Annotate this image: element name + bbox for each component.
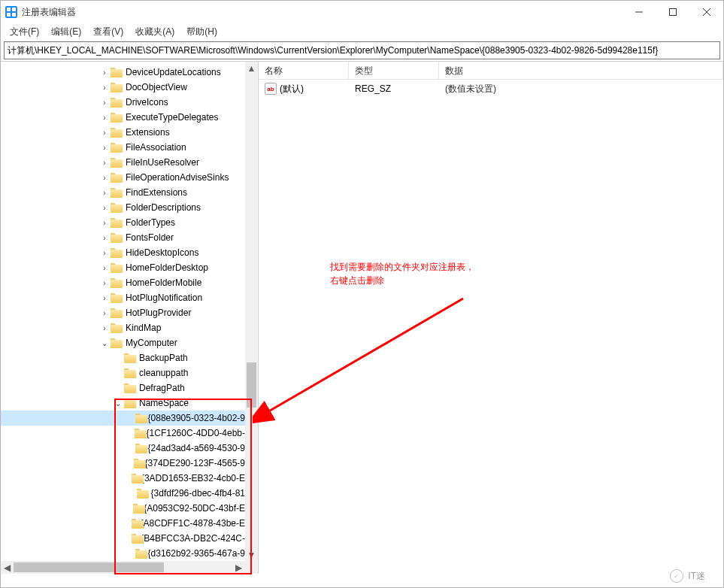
folder-icon (111, 158, 123, 168)
expand-closed-icon[interactable]: › (98, 189, 111, 197)
svg-rect-4 (12, 13, 16, 17)
watermark: ✓ IT迷 (670, 569, 705, 583)
tree-node-label: HotPlugNotification (126, 292, 202, 303)
svg-rect-6 (669, 9, 676, 16)
tree-node-label: cleanuppath (139, 368, 188, 378)
tree-node[interactable]: ›DocObjectView (1, 80, 245, 95)
expand-closed-icon[interactable]: › (98, 99, 111, 107)
folder-icon (111, 218, 123, 228)
expand-closed-icon[interactable]: › (98, 279, 111, 287)
menu-view[interactable]: 查看(V) (87, 24, 129, 40)
tree-node[interactable]: ›FileOperationAdviseSinks (1, 170, 245, 185)
tree-node[interactable]: DefragPath (1, 380, 245, 396)
tree-node[interactable]: ›DriveIcons (1, 95, 245, 110)
scroll-left-arrow[interactable]: ◀ (1, 561, 14, 574)
list-row[interactable]: ab(默认)REG_SZ(数值未设置) (259, 81, 723, 96)
tree-node[interactable]: ›HomeFolderDesktop (1, 260, 245, 275)
string-value-icon: ab (265, 83, 277, 95)
tree-node-label: DeviceUpdateLocations (126, 67, 221, 77)
expand-closed-icon[interactable]: › (98, 68, 111, 77)
cell-type: REG_SZ (349, 83, 439, 95)
svg-rect-2 (12, 8, 16, 11)
tree-node[interactable]: ›FileAssociation (1, 140, 245, 155)
folder-icon (124, 383, 136, 393)
folder-icon (111, 233, 123, 243)
tree-node[interactable]: ›FolderDescriptions (1, 200, 245, 215)
list-pane: 名称 类型 数据 ab(默认)REG_SZ(数值未设置) (259, 62, 723, 574)
tree-node[interactable]: ›FolderTypes (1, 215, 245, 230)
expand-closed-icon[interactable]: › (98, 159, 111, 167)
tree-node[interactable]: ›HotPlugProvider (1, 305, 245, 320)
tree-node-label: FileAssociation (126, 142, 186, 153)
tree-node[interactable]: ›HideDesktopIcons (1, 245, 245, 260)
annotation-highlight-box (114, 399, 252, 574)
menu-bar: 文件(F) 编辑(E) 查看(V) 收藏夹(A) 帮助(H) (1, 23, 723, 40)
maximize-button[interactable] (656, 1, 689, 23)
tree-node[interactable]: ›FontsFolder (1, 230, 245, 245)
minimize-button[interactable] (622, 1, 656, 23)
menu-favorites[interactable]: 收藏夹(A) (129, 24, 180, 40)
tree-node[interactable]: ›FileInUseResolver (1, 155, 245, 170)
tree-node[interactable]: ⌄MyComputer (1, 335, 245, 350)
expand-closed-icon[interactable]: › (98, 174, 111, 182)
expand-closed-icon[interactable]: › (98, 234, 111, 242)
tree-node[interactable]: ›HomeFolderMobile (1, 275, 245, 290)
expand-closed-icon[interactable]: › (98, 249, 111, 257)
tree-node-label: FolderTypes (126, 217, 175, 228)
menu-help[interactable]: 帮助(H) (180, 24, 223, 40)
close-button[interactable] (689, 1, 723, 23)
tree-node-label: ExecuteTypeDelegates (126, 112, 218, 123)
expand-closed-icon[interactable]: › (98, 324, 111, 332)
folder-icon (124, 368, 136, 378)
tree-node-label: HomeFolderDesktop (126, 262, 208, 273)
menu-edit[interactable]: 编辑(E) (45, 24, 87, 40)
expand-closed-icon[interactable]: › (98, 294, 111, 302)
expand-closed-icon[interactable]: › (98, 264, 111, 272)
expand-closed-icon[interactable]: › (98, 129, 111, 137)
folder-icon (111, 278, 123, 288)
scroll-up-arrow[interactable]: ▲ (245, 62, 258, 74)
folder-icon (111, 338, 123, 348)
list-header: 名称 类型 数据 (259, 62, 723, 80)
folder-icon (111, 188, 123, 198)
tree-node[interactable]: ›HotPlugNotification (1, 290, 245, 305)
cell-name: ab(默认) (259, 82, 349, 96)
annotation-text: 找到需要删除的文件夹对应注册表， 右键点击删除 (330, 260, 474, 287)
expand-closed-icon[interactable]: › (98, 204, 111, 212)
expand-closed-icon[interactable]: › (98, 309, 111, 317)
folder-icon (111, 263, 123, 273)
menu-file[interactable]: 文件(F) (4, 24, 45, 40)
column-type[interactable]: 类型 (349, 62, 439, 79)
address-bar[interactable] (4, 41, 720, 59)
tree-node-label: DocObjectView (126, 82, 187, 92)
tree-node[interactable]: BackupPath (1, 350, 245, 365)
tree-node[interactable]: ›ExecuteTypeDelegates (1, 110, 245, 125)
tree-node-label: BackupPath (139, 353, 188, 363)
tree-node[interactable]: ›FindExtensions (1, 185, 245, 200)
expand-closed-icon[interactable]: › (98, 83, 111, 92)
column-data[interactable]: 数据 (439, 62, 723, 79)
folder-icon (111, 203, 123, 213)
tree-node-label: FontsFolder (126, 232, 174, 243)
expand-closed-icon[interactable]: › (98, 114, 111, 122)
folder-icon (111, 293, 123, 303)
folder-icon (111, 83, 123, 92)
expand-closed-icon[interactable]: › (98, 219, 111, 227)
address-input[interactable] (8, 45, 716, 56)
expand-open-icon[interactable]: ⌄ (98, 339, 111, 347)
svg-rect-3 (7, 13, 11, 17)
column-name[interactable]: 名称 (259, 62, 349, 79)
tree-node[interactable]: ›Extensions (1, 125, 245, 140)
tree-node[interactable]: ›KindMap (1, 320, 245, 335)
tree-node[interactable]: ›DeviceUpdateLocations (1, 65, 245, 80)
folder-icon (111, 308, 123, 318)
tree-node-label: HomeFolderMobile (126, 277, 201, 288)
tree-node-label: FindExtensions (126, 187, 187, 198)
tree-node-label: DriveIcons (126, 97, 168, 108)
tree-node-label: FileOperationAdviseSinks (126, 172, 229, 183)
folder-icon (111, 128, 123, 138)
tree-node[interactable]: cleanuppath (1, 365, 245, 380)
tree-node-label: DefragPath (139, 383, 185, 393)
folder-icon (111, 173, 123, 183)
expand-closed-icon[interactable]: › (98, 144, 111, 152)
